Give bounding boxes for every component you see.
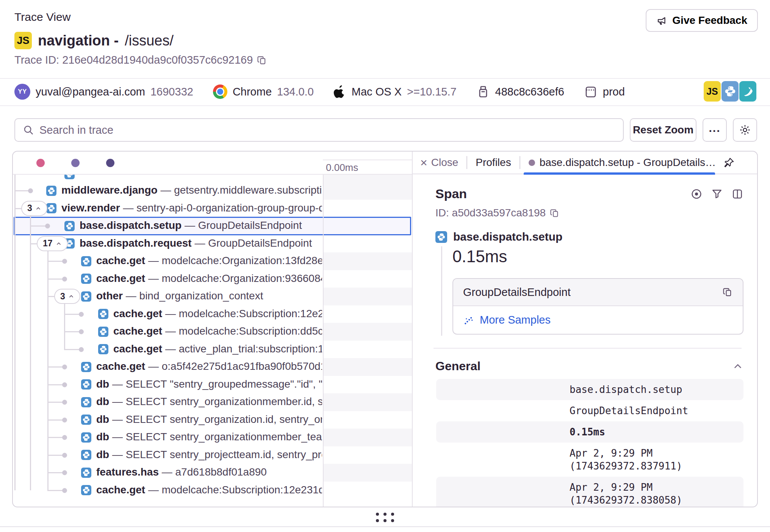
- trace-stats: [692, 35, 758, 39]
- child-count: 3: [60, 291, 65, 302]
- connector-line: [30, 243, 38, 244]
- python-icon: [64, 221, 75, 231]
- kv-key: [444, 447, 570, 473]
- child-count: 17: [43, 238, 53, 249]
- span-row-view.render[interactable]: 3 view.render — sentry-api-0-organizatio…: [14, 200, 412, 217]
- kv-key: [444, 404, 570, 417]
- timeline-divider: [323, 175, 324, 507]
- side-panel-icon[interactable]: [731, 188, 743, 200]
- collapse-badge[interactable]: 3: [54, 289, 80, 304]
- connector-dot: [79, 347, 84, 352]
- funnel-icon[interactable]: [711, 188, 723, 200]
- span-row-middleware.django[interactable]: middleware.django — getsentry.middleware…: [14, 182, 412, 200]
- legend-dot-icon: [36, 159, 45, 167]
- environment-icon: [584, 85, 598, 99]
- legend-item-function[interactable]: [71, 159, 89, 167]
- kv-row-op: base.dispatch.setup: [436, 379, 743, 400]
- connector-dot: [62, 453, 67, 458]
- child-count: 3: [27, 203, 32, 213]
- python-icon: [81, 432, 91, 443]
- give-feedback-button[interactable]: Give Feedback: [646, 9, 758, 32]
- connector-dot: [45, 224, 50, 228]
- reset-zoom-button[interactable]: Reset Zoom: [630, 118, 696, 142]
- device-id: 488c8c636ef6: [495, 86, 564, 98]
- python-icon: [81, 274, 91, 284]
- python-icon: [46, 186, 56, 196]
- javascript-platform-badge: JS: [14, 32, 32, 49]
- python-icon: [98, 309, 108, 319]
- focus-span-icon[interactable]: [690, 188, 703, 200]
- python-icon: [98, 327, 108, 337]
- copy-icon[interactable]: [549, 208, 560, 218]
- legend-item-db.redis[interactable]: [106, 159, 124, 167]
- detail-tabbar: × Close Profiles base.dispatch.setup - G…: [413, 152, 758, 174]
- thread-line: [441, 246, 442, 336]
- span-row-cache.get[interactable]: cache.get — modelcache:Subscription:dd5c…: [14, 323, 412, 341]
- python-icon: [81, 397, 91, 407]
- span-row-cache.get[interactable]: cache.get — modelcache:Organization:13fd…: [14, 252, 412, 270]
- span-row-label: db — SELECT sentry_organizationmember_te…: [96, 431, 322, 443]
- sample-row[interactable]: GroupDetailsEndpoint: [453, 279, 743, 306]
- panel-resize-handle[interactable]: [0, 508, 770, 526]
- span-row-label: features.has — a7d618b8df01a890: [96, 466, 322, 478]
- span-row-db[interactable]: db — SELECT sentry_projectteam.id, sentr…: [14, 446, 412, 464]
- connector-dot: [62, 418, 67, 422]
- megaphone-icon: [656, 15, 668, 26]
- legend-item-middleware.django[interactable]: [36, 159, 55, 167]
- close-label: Close: [431, 156, 459, 169]
- profiles-tab[interactable]: Profiles: [476, 156, 511, 169]
- connector-dot: [79, 312, 84, 317]
- copy-icon[interactable]: [722, 287, 733, 297]
- active-tab-underline: [524, 172, 715, 175]
- chevron-up-icon[interactable]: [732, 361, 743, 372]
- span-duration: 0.15ms: [452, 247, 507, 266]
- search-input[interactable]: [39, 124, 615, 136]
- span-id: ID: a50d33a597ca8198: [435, 207, 546, 219]
- span-row-label: cache.get — modelcache:Subscription:12e2…: [96, 484, 322, 496]
- more-samples-link[interactable]: More Samples: [453, 306, 743, 334]
- meta-divider: [0, 105, 770, 106]
- javascript-platform-icon: JS: [704, 81, 721, 102]
- kv-key: [444, 426, 570, 438]
- close-tab[interactable]: × Close: [420, 156, 458, 169]
- span-row-label: cache.get — o:a5f42e275d1ac91fba90f0b570…: [96, 360, 322, 372]
- collapse-badge[interactable]: 17: [37, 236, 68, 251]
- span-row-base.dispatch.request[interactable]: 17 base.dispatch.request — GroupDetailsE…: [14, 235, 412, 253]
- more-options-button[interactable]: ...: [703, 118, 727, 142]
- settings-button[interactable]: [733, 118, 757, 142]
- browser-version: 134.0.0: [277, 86, 314, 98]
- general-kv-table: base.dispatch.setup GroupDetailsEndpoint…: [436, 379, 743, 507]
- general-section-title: General: [435, 359, 480, 373]
- connector-dot: [62, 277, 67, 282]
- span-row-db[interactable]: db — SELECT sentry_organizationmember_te…: [14, 429, 412, 446]
- python-icon: [46, 203, 56, 213]
- tab-separator: [520, 156, 520, 169]
- span-row-cache.get[interactable]: cache.get — modelcache:Subscription:12e2…: [14, 305, 412, 323]
- pin-icon[interactable]: [723, 157, 735, 168]
- span-row-db[interactable]: db — SELECT "sentry_groupedmessage"."id"…: [14, 376, 412, 394]
- span-row-db[interactable]: db — SELECT sentry_organization.id, sent…: [14, 411, 412, 429]
- samples-box: GroupDetailsEndpoint More Sampl: [452, 278, 743, 335]
- copy-icon[interactable]: [257, 55, 267, 66]
- span-row-db[interactable]: db — SELECT sentry_organizationmember.id…: [14, 393, 412, 411]
- span-row-cache.get[interactable]: cache.get — modelcache:Subscription:12e2…: [14, 482, 412, 499]
- collapse-badge[interactable]: 3: [21, 201, 47, 216]
- span-row-cache.get[interactable]: cache.get — modelcache:Organization:9366…: [14, 270, 412, 288]
- kv-value: base.dispatch.setup: [570, 383, 682, 396]
- connector-dot: [62, 259, 67, 264]
- span-row-cache.get[interactable]: cache.get — o:a5f42e275d1ac91fba90f0b570…: [14, 358, 412, 376]
- span-tab[interactable]: base.dispatch.setup - GroupDetails…: [529, 156, 735, 169]
- python-icon: [435, 231, 447, 243]
- span-row-cache.get[interactable]: cache.get — active_plan_trial:subscripti…: [14, 341, 412, 358]
- span-row-base.dispatch.setup[interactable]: base.dispatch.setup — GroupDetailsEndpoi…: [14, 217, 412, 235]
- kv-value: Apr 2, 9:29 PM(1743629372.838058): [570, 481, 682, 507]
- connector-line: [14, 208, 22, 209]
- span-row-label: cache.get — modelcache:Organization:13fd…: [96, 255, 322, 267]
- span-row-other[interactable]: 3 other — bind_organization_context: [14, 288, 412, 305]
- user-avatar[interactable]: YY: [14, 84, 30, 100]
- span-row-features.has[interactable]: features.has — a7d618b8df01a890: [14, 464, 412, 482]
- python-icon: [81, 485, 91, 495]
- search-box[interactable]: [14, 118, 624, 142]
- connector-dot: [79, 329, 84, 334]
- span-tab-label: base.dispatch.setup - GroupDetails…: [540, 156, 716, 169]
